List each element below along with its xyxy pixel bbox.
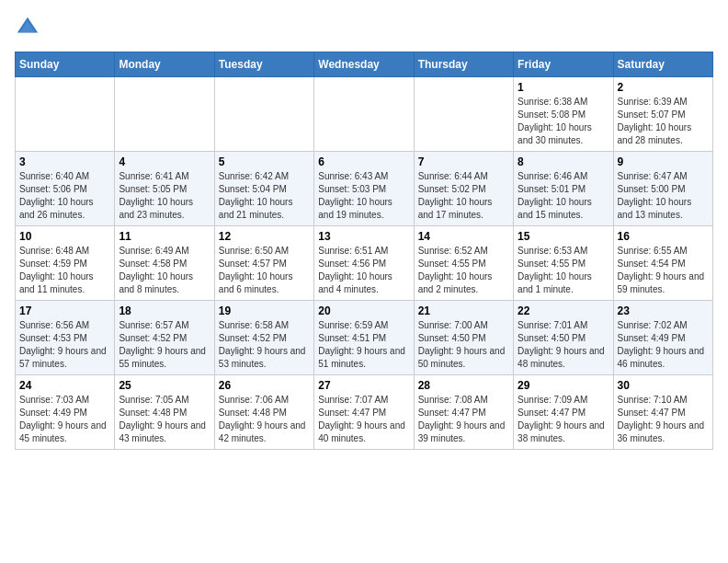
day-number: 20 — [318, 304, 409, 317]
day-info: Sunrise: 6:49 AM Sunset: 4:58 PM Dayligh… — [119, 245, 210, 296]
day-number: 28 — [418, 379, 509, 392]
day-number: 26 — [219, 379, 310, 392]
day-number: 18 — [119, 304, 210, 317]
calendar-cell: 25Sunrise: 7:05 AM Sunset: 4:48 PM Dayli… — [115, 375, 214, 450]
day-info: Sunrise: 7:07 AM Sunset: 4:47 PM Dayligh… — [318, 394, 409, 445]
day-number: 24 — [19, 379, 110, 392]
day-info: Sunrise: 6:40 AM Sunset: 5:06 PM Dayligh… — [19, 170, 110, 222]
day-number: 19 — [219, 304, 310, 317]
day-info: Sunrise: 6:50 AM Sunset: 4:57 PM Dayligh… — [219, 245, 310, 296]
calendar-cell: 29Sunrise: 7:09 AM Sunset: 4:47 PM Dayli… — [514, 375, 613, 450]
day-info: Sunrise: 6:53 AM Sunset: 4:55 PM Dayligh… — [518, 245, 609, 296]
calendar-cell: 20Sunrise: 6:59 AM Sunset: 4:51 PM Dayli… — [314, 301, 414, 375]
day-number: 6 — [318, 155, 409, 168]
day-number: 16 — [618, 230, 709, 243]
day-info: Sunrise: 6:43 AM Sunset: 5:03 PM Dayligh… — [318, 170, 409, 222]
calendar-cell — [16, 77, 115, 152]
day-number: 2 — [618, 81, 709, 94]
day-number: 9 — [618, 155, 709, 168]
calendar-cell: 9Sunrise: 6:47 AM Sunset: 5:00 PM Daylig… — [613, 152, 712, 226]
calendar-cell: 19Sunrise: 6:58 AM Sunset: 4:52 PM Dayli… — [214, 301, 313, 375]
calendar-cell: 22Sunrise: 7:01 AM Sunset: 4:50 PM Dayli… — [514, 301, 613, 375]
day-info: Sunrise: 7:05 AM Sunset: 4:48 PM Dayligh… — [119, 394, 210, 445]
day-info: Sunrise: 7:09 AM Sunset: 4:47 PM Dayligh… — [518, 394, 609, 445]
calendar-cell: 3Sunrise: 6:40 AM Sunset: 5:06 PM Daylig… — [16, 152, 115, 226]
calendar-week-1: 1Sunrise: 6:38 AM Sunset: 5:08 PM Daylig… — [16, 77, 713, 152]
day-number: 14 — [418, 230, 509, 243]
day-number: 30 — [618, 379, 709, 392]
calendar-cell: 18Sunrise: 6:57 AM Sunset: 4:52 PM Dayli… — [115, 301, 214, 375]
weekday-header-monday: Monday — [115, 52, 214, 77]
day-info: Sunrise: 6:51 AM Sunset: 4:56 PM Dayligh… — [318, 245, 409, 296]
calendar-cell: 13Sunrise: 6:51 AM Sunset: 4:56 PM Dayli… — [314, 226, 414, 301]
day-info: Sunrise: 7:10 AM Sunset: 4:47 PM Dayligh… — [618, 394, 709, 445]
day-number: 22 — [518, 304, 609, 317]
calendar-cell: 6Sunrise: 6:43 AM Sunset: 5:03 PM Daylig… — [314, 152, 414, 226]
calendar-cell: 8Sunrise: 6:46 AM Sunset: 5:01 PM Daylig… — [514, 152, 613, 226]
calendar-cell: 26Sunrise: 7:06 AM Sunset: 4:48 PM Dayli… — [214, 375, 313, 450]
day-number: 21 — [418, 304, 509, 317]
day-info: Sunrise: 7:00 AM Sunset: 4:50 PM Dayligh… — [418, 319, 509, 371]
weekday-header-tuesday: Tuesday — [214, 52, 313, 77]
day-number: 23 — [618, 304, 709, 317]
logo-icon — [15, 15, 40, 40]
day-info: Sunrise: 7:02 AM Sunset: 4:49 PM Dayligh… — [618, 319, 709, 371]
day-number: 3 — [19, 155, 110, 168]
day-number: 10 — [19, 230, 110, 243]
weekday-header-wednesday: Wednesday — [314, 52, 414, 77]
day-info: Sunrise: 7:03 AM Sunset: 4:49 PM Dayligh… — [19, 394, 110, 445]
day-number: 17 — [19, 304, 110, 317]
calendar-week-4: 17Sunrise: 6:56 AM Sunset: 4:53 PM Dayli… — [16, 301, 713, 375]
day-info: Sunrise: 7:01 AM Sunset: 4:50 PM Dayligh… — [518, 319, 609, 371]
day-info: Sunrise: 6:58 AM Sunset: 4:52 PM Dayligh… — [219, 319, 310, 371]
calendar-cell: 7Sunrise: 6:44 AM Sunset: 5:02 PM Daylig… — [414, 152, 513, 226]
day-info: Sunrise: 6:59 AM Sunset: 4:51 PM Dayligh… — [318, 319, 409, 371]
day-number: 11 — [119, 230, 210, 243]
calendar-header: SundayMondayTuesdayWednesdayThursdayFrid… — [16, 52, 713, 77]
weekday-header-friday: Friday — [514, 52, 613, 77]
weekday-header-saturday: Saturday — [613, 52, 712, 77]
day-number: 29 — [518, 379, 609, 392]
day-info: Sunrise: 6:39 AM Sunset: 5:07 PM Dayligh… — [618, 96, 709, 147]
day-info: Sunrise: 6:48 AM Sunset: 4:59 PM Dayligh… — [19, 245, 110, 296]
day-info: Sunrise: 6:57 AM Sunset: 4:52 PM Dayligh… — [119, 319, 210, 371]
day-number: 5 — [219, 155, 310, 168]
day-number: 1 — [518, 81, 609, 94]
day-info: Sunrise: 6:46 AM Sunset: 5:01 PM Dayligh… — [518, 170, 609, 222]
calendar-cell: 4Sunrise: 6:41 AM Sunset: 5:05 PM Daylig… — [115, 152, 214, 226]
day-info: Sunrise: 6:44 AM Sunset: 5:02 PM Dayligh… — [418, 170, 509, 222]
calendar-cell: 16Sunrise: 6:55 AM Sunset: 4:54 PM Dayli… — [613, 226, 712, 301]
day-info: Sunrise: 7:06 AM Sunset: 4:48 PM Dayligh… — [219, 394, 310, 445]
day-number: 25 — [119, 379, 210, 392]
logo — [15, 15, 44, 40]
calendar-cell: 11Sunrise: 6:49 AM Sunset: 4:58 PM Dayli… — [115, 226, 214, 301]
calendar-cell — [414, 77, 513, 152]
day-info: Sunrise: 6:52 AM Sunset: 4:55 PM Dayligh… — [418, 245, 509, 296]
calendar-cell: 2Sunrise: 6:39 AM Sunset: 5:07 PM Daylig… — [613, 77, 712, 152]
calendar-cell: 10Sunrise: 6:48 AM Sunset: 4:59 PM Dayli… — [16, 226, 115, 301]
day-info: Sunrise: 6:55 AM Sunset: 4:54 PM Dayligh… — [618, 245, 709, 296]
weekday-header-thursday: Thursday — [414, 52, 513, 77]
day-info: Sunrise: 6:47 AM Sunset: 5:00 PM Dayligh… — [618, 170, 709, 222]
calendar-week-5: 24Sunrise: 7:03 AM Sunset: 4:49 PM Dayli… — [16, 375, 713, 450]
day-number: 13 — [318, 230, 409, 243]
calendar-cell: 24Sunrise: 7:03 AM Sunset: 4:49 PM Dayli… — [16, 375, 115, 450]
calendar-cell: 21Sunrise: 7:00 AM Sunset: 4:50 PM Dayli… — [414, 301, 513, 375]
weekday-header-sunday: Sunday — [16, 52, 115, 77]
day-info: Sunrise: 6:38 AM Sunset: 5:08 PM Dayligh… — [518, 96, 609, 147]
day-info: Sunrise: 6:56 AM Sunset: 4:53 PM Dayligh… — [19, 319, 110, 371]
calendar-cell: 14Sunrise: 6:52 AM Sunset: 4:55 PM Dayli… — [414, 226, 513, 301]
day-info: Sunrise: 7:08 AM Sunset: 4:47 PM Dayligh… — [418, 394, 509, 445]
day-number: 4 — [119, 155, 210, 168]
calendar-cell — [115, 77, 214, 152]
calendar-table: SundayMondayTuesdayWednesdayThursdayFrid… — [15, 52, 713, 450]
page-header — [15, 15, 713, 40]
calendar-cell: 27Sunrise: 7:07 AM Sunset: 4:47 PM Dayli… — [314, 375, 414, 450]
day-number: 27 — [318, 379, 409, 392]
day-number: 7 — [418, 155, 509, 168]
calendar-week-3: 10Sunrise: 6:48 AM Sunset: 4:59 PM Dayli… — [16, 226, 713, 301]
day-info: Sunrise: 6:42 AM Sunset: 5:04 PM Dayligh… — [219, 170, 310, 222]
day-number: 8 — [518, 155, 609, 168]
calendar-cell: 30Sunrise: 7:10 AM Sunset: 4:47 PM Dayli… — [613, 375, 712, 450]
day-number: 15 — [518, 230, 609, 243]
